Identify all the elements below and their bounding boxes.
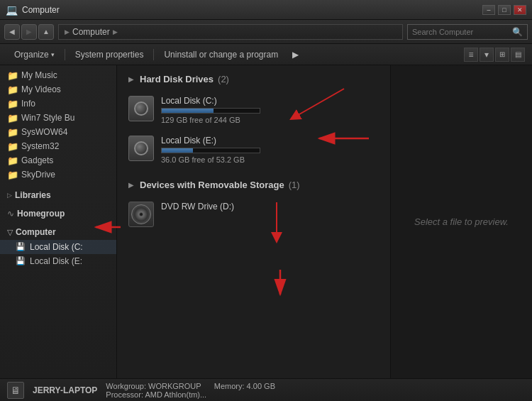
drive-item-local-c[interactable]: Local Disk (C:) 129 GB free of 244 GB xyxy=(123,92,384,128)
file-list: ▶ Hard Disk Drives (2) Local Disk (C:) 1… xyxy=(117,65,390,378)
up-button[interactable]: ▲ xyxy=(38,24,54,40)
search-box[interactable]: 🔍 xyxy=(407,24,528,40)
main-area: 📁 My Music 📁 My Videos 📁 Info 📁 Win7 Sty… xyxy=(0,65,532,378)
sidebar-item-my-videos[interactable]: 📁 My Videos xyxy=(0,82,116,97)
status-processor: Processor: AMD Athlon(tm)... xyxy=(106,390,275,399)
section-computer-icon: ▽ xyxy=(7,228,13,237)
folder-icon: 📁 xyxy=(7,127,17,137)
dvd-visual-d xyxy=(128,202,154,227)
folder-icon: 📁 xyxy=(7,155,17,165)
organize-button[interactable]: Organize ▾ xyxy=(7,47,62,62)
drive-bar-container-e xyxy=(161,148,260,153)
status-computer-icon: 🖥 xyxy=(7,382,24,399)
breadcrumb-arrow: ▶ xyxy=(65,28,70,35)
sidebar-item-my-music[interactable]: 📁 My Music xyxy=(0,68,116,82)
system-properties-button[interactable]: System properties xyxy=(68,47,151,62)
folder-icon: 📁 xyxy=(7,141,17,151)
drive-name-e: Local Disk (E:) xyxy=(161,136,379,145)
sidebar-item-skydrive[interactable]: 📁 SkyDrive xyxy=(0,167,116,182)
drive-name-d: DVD RW Drive (D:) xyxy=(161,202,379,212)
content-area: ▶ Hard Disk Drives (2) Local Disk (C:) 1… xyxy=(117,65,532,378)
status-details: Workgroup: WORKGROUP Memory: 4.00 GB Pro… xyxy=(106,382,275,399)
section-homegroup-icon: ∿ xyxy=(7,209,14,219)
drive-icon: 💾 xyxy=(16,256,26,266)
back-button[interactable]: ◀ xyxy=(4,24,20,40)
dvd-hole xyxy=(139,212,143,216)
preview-text: Select a file to preview. xyxy=(414,216,509,227)
drive-free-c: 129 GB free of 244 GB xyxy=(161,116,379,124)
status-computer-name: JERRY-LAPTOP xyxy=(33,385,97,395)
status-bar: 🖥 JERRY-LAPTOP Workgroup: WORKGROUP Memo… xyxy=(0,378,532,401)
toolbar: Organize ▾ System properties Uninstall o… xyxy=(0,44,532,65)
disk-platter-e xyxy=(134,141,148,155)
hdd-visual-c xyxy=(128,96,154,121)
minimize-button[interactable]: – xyxy=(482,5,495,15)
folder-icon: 📁 xyxy=(7,170,17,180)
sidebar-section-computer[interactable]: ▽ Computer xyxy=(0,223,116,238)
restore-button[interactable]: □ xyxy=(498,5,511,15)
breadcrumb[interactable]: ▶ Computer ▶ xyxy=(58,24,403,40)
forward-button[interactable]: ▶ xyxy=(21,24,37,40)
section-toggle-removable[interactable]: ▶ xyxy=(127,181,135,189)
section-toggle-hdd[interactable]: ▶ xyxy=(127,75,135,84)
hard-disk-section-header[interactable]: ▶ Hard Disk Drives (2) xyxy=(123,71,384,87)
toolbar-right: ≡ ▾ ⊞ ▤ xyxy=(464,48,525,62)
disk-platter xyxy=(134,101,148,116)
sidebar-item-local-c[interactable]: 💾 Local Disk (C: xyxy=(0,240,116,254)
drive-info-d: DVD RW Drive (D:) xyxy=(161,202,379,214)
app-icon: 💻 xyxy=(6,4,18,16)
hard-disk-section-count: (2) xyxy=(218,74,229,84)
sidebar-section-libraries[interactable]: ▷ Libraries xyxy=(0,186,116,202)
sidebar-item-info[interactable]: 📁 Info xyxy=(0,97,116,111)
toolbar-separator-2 xyxy=(153,49,154,60)
sidebar-item-win7style[interactable]: 📁 Win7 Style Bu xyxy=(0,111,116,125)
sidebar: 📁 My Music 📁 My Videos 📁 Info 📁 Win7 Sty… xyxy=(0,65,117,378)
folder-icon: 📁 xyxy=(7,70,17,80)
title-bar: 💻 Computer – □ ✕ xyxy=(0,0,532,20)
preview-toggle-button[interactable]: ▤ xyxy=(511,48,525,62)
folder-icon: 📁 xyxy=(7,113,17,123)
window-title: Computer xyxy=(22,5,60,15)
drive-bar-container-c xyxy=(161,108,260,114)
view-options-button[interactable]: ≡ xyxy=(464,48,478,62)
status-workgroup: Workgroup: WORKGROUP Memory: 4.00 GB xyxy=(106,382,275,390)
dvd-disc xyxy=(131,204,151,224)
sidebar-item-local-e[interactable]: 💾 Local Disk (E: xyxy=(0,254,116,268)
sidebar-item-system32[interactable]: 📁 System32 xyxy=(0,139,116,153)
removable-section-header[interactable]: ▶ Devices with Removable Storage (1) xyxy=(123,177,384,193)
view-large-button[interactable]: ▾ xyxy=(480,48,494,62)
window-controls: – □ ✕ xyxy=(482,5,526,15)
drive-icon: 💾 xyxy=(16,242,26,252)
hdd-visual-e xyxy=(128,136,154,161)
drive-info-e: Local Disk (E:) 36.0 GB free of 53.2 GB xyxy=(161,136,379,164)
nav-buttons: ◀ ▶ ▲ xyxy=(4,24,54,40)
drive-name-c: Local Disk (C:) xyxy=(161,96,379,106)
close-button[interactable]: ✕ xyxy=(514,5,526,15)
sidebar-item-gadgets[interactable]: 📁 Gadgets xyxy=(0,153,116,167)
drive-item-dvd-d[interactable]: DVD RW Drive (D:) xyxy=(123,197,384,231)
dvd-icon-d xyxy=(128,202,154,227)
search-input[interactable] xyxy=(412,28,509,36)
removable-section-count: (1) xyxy=(289,180,300,190)
view-details-button[interactable]: ⊞ xyxy=(495,48,509,62)
title-bar-left: 💻 Computer xyxy=(6,4,60,16)
sidebar-section-homegroup[interactable]: ∿ Homegroup xyxy=(0,204,116,220)
toolbar-separator-1 xyxy=(65,49,65,60)
breadcrumb-end-arrow: ▶ xyxy=(113,28,118,35)
drive-bar-c xyxy=(162,109,214,113)
folder-icon: 📁 xyxy=(7,99,17,109)
hard-disk-section-title: Hard Disk Drives xyxy=(140,74,214,84)
drive-item-local-e[interactable]: Local Disk (E:) 36.0 GB free of 53.2 GB xyxy=(123,131,384,168)
removable-section-title: Devices with Removable Storage xyxy=(140,180,284,190)
drive-bar-e xyxy=(162,148,193,153)
hdd-icon-c xyxy=(128,96,154,121)
address-bar: ◀ ▶ ▲ ▶ Computer ▶ 🔍 xyxy=(0,20,532,44)
search-icon: 🔍 xyxy=(512,27,523,37)
more-options-button[interactable]: ▶ xyxy=(285,47,306,62)
section-collapse-icon: ▷ xyxy=(7,192,12,199)
uninstall-button[interactable]: Uninstall or change a program xyxy=(157,47,285,62)
drive-free-e: 36.0 GB free of 53.2 GB xyxy=(161,155,379,164)
drive-info-c: Local Disk (C:) 129 GB free of 244 GB xyxy=(161,96,379,124)
sidebar-item-syswow64[interactable]: 📁 SysWOW64 xyxy=(0,125,116,139)
folder-icon: 📁 xyxy=(7,84,17,94)
